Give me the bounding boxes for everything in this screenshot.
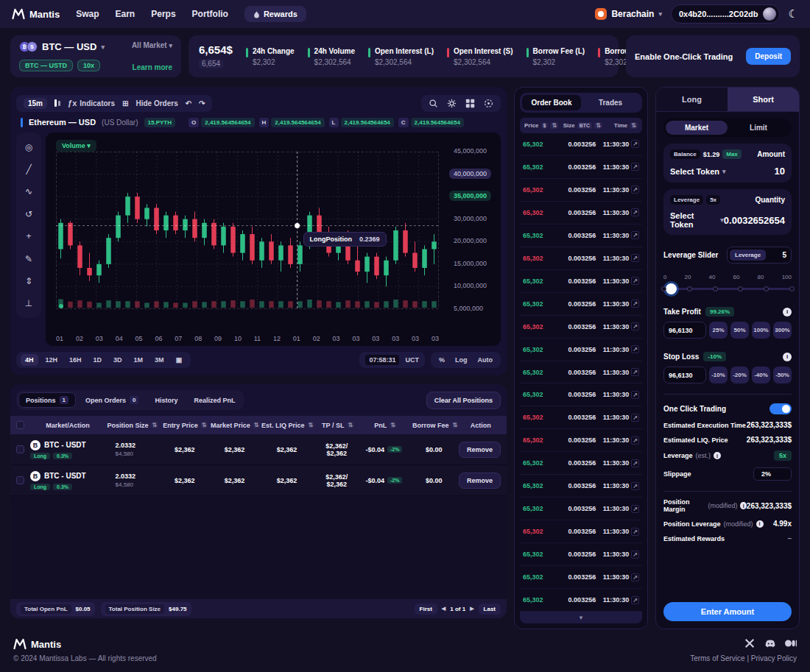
- indicator-wave-icon[interactable]: ∿: [21, 185, 36, 199]
- sort-icon[interactable]: ⇅: [346, 422, 354, 428]
- external-link-icon[interactable]: ↗: [631, 163, 639, 171]
- discord-icon[interactable]: [764, 638, 776, 648]
- interval-button[interactable]: 15m: [24, 98, 47, 109]
- col-entry-price[interactable]: Entry Price⇅: [161, 422, 211, 429]
- dark-mode-toggle[interactable]: ☾: [789, 7, 798, 21]
- orderbook-row[interactable]: 65,3020.00325611:30:30↗: [520, 475, 642, 498]
- time-axis[interactable]: 0102030405060708091011120102030303030303: [56, 335, 439, 342]
- orderbook-col-time[interactable]: Time⇅: [603, 122, 638, 129]
- tab-positions[interactable]: Positions1: [18, 392, 76, 408]
- remove-button[interactable]: Remove: [459, 473, 501, 489]
- external-link-icon[interactable]: ↗: [631, 573, 639, 581]
- remove-button[interactable]: Remove: [459, 442, 501, 458]
- deposit-button[interactable]: Deposit: [746, 48, 791, 65]
- legal-links[interactable]: Terms of Service | Privacy Policy: [690, 654, 797, 662]
- tab-history[interactable]: History: [148, 394, 184, 407]
- tab-limit[interactable]: Limit: [728, 121, 789, 135]
- trendline-icon[interactable]: ╱: [21, 162, 36, 176]
- network-selector[interactable]: Berachain ▾: [595, 8, 662, 20]
- select-token-dropdown[interactable]: Select Token▾: [670, 211, 724, 229]
- select-token-dropdown[interactable]: Select Token▾: [670, 167, 726, 176]
- sl-preset--10[interactable]: -10%: [709, 367, 728, 383]
- tab-market[interactable]: Market: [666, 121, 728, 135]
- select-all-checkbox[interactable]: [16, 421, 24, 429]
- tab-trades[interactable]: Trades: [581, 95, 640, 110]
- crosshair-icon[interactable]: ◎: [21, 140, 36, 154]
- sort-icon[interactable]: ⇅: [307, 422, 315, 428]
- grid-layout-icon[interactable]: ⊞: [122, 99, 128, 107]
- orderbook-row[interactable]: 65,3020.00325611:30:30↗: [520, 406, 642, 429]
- first-page-button[interactable]: First: [415, 604, 437, 615]
- take-profit-input[interactable]: 96,6130: [663, 322, 706, 339]
- col-pnl[interactable]: PnL⇅: [361, 422, 411, 429]
- external-link-icon[interactable]: ↗: [631, 231, 639, 239]
- tab-open-orders[interactable]: Open Orders0: [79, 393, 145, 407]
- undo-icon[interactable]: ↶: [186, 99, 191, 107]
- orderbook-row[interactable]: 65,3020.00325611:30:30↗: [520, 566, 642, 589]
- gear-icon[interactable]: [447, 99, 457, 108]
- slider-dot[interactable]: [738, 286, 743, 291]
- volume-dropdown[interactable]: Volume ▾: [56, 140, 96, 152]
- orderbook-row[interactable]: 65,3020.00325611:30:30↗: [520, 316, 642, 339]
- layout-grid-icon[interactable]: [465, 99, 475, 108]
- slider-dot[interactable]: [713, 286, 718, 291]
- external-link-icon[interactable]: ↗: [631, 322, 639, 330]
- indicators-button[interactable]: ƒxIndicators: [68, 99, 115, 107]
- max-button[interactable]: Max: [722, 149, 742, 159]
- orderbook-row[interactable]: 65,3020.00325611:30:30↗: [520, 589, 642, 612]
- row-checkbox[interactable]: [16, 445, 24, 453]
- external-link-icon[interactable]: ↗: [631, 368, 639, 376]
- info-icon[interactable]: i: [740, 502, 746, 509]
- tab-short[interactable]: Short: [728, 88, 799, 111]
- info-icon[interactable]: i: [783, 353, 792, 361]
- scale-%[interactable]: %: [435, 354, 448, 366]
- mantis-logo[interactable]: Mantis: [12, 8, 60, 20]
- tp-preset-25[interactable]: 25%: [709, 322, 728, 339]
- timeframe-1m[interactable]: 1M: [130, 354, 148, 366]
- slider-dot[interactable]: [789, 286, 795, 291]
- learn-more-link[interactable]: Learn more: [133, 63, 172, 71]
- orderbook-row[interactable]: 65,3020.00325611:30:30↗: [520, 179, 642, 202]
- external-link-icon[interactable]: ↗: [631, 436, 639, 445]
- external-link-icon[interactable]: ↗: [631, 300, 639, 308]
- external-link-icon[interactable]: ↗: [631, 208, 639, 216]
- external-link-icon[interactable]: ↗: [631, 551, 639, 559]
- clear-all-positions-button[interactable]: Clear All Positions: [426, 392, 501, 409]
- tab-long[interactable]: Long: [656, 88, 728, 111]
- sort-icon[interactable]: ⇅: [389, 422, 397, 428]
- move-icon[interactable]: +: [21, 230, 36, 244]
- magnet-icon[interactable]: ⊥: [21, 297, 36, 311]
- external-link-icon[interactable]: ↗: [631, 596, 639, 604]
- sort-icon[interactable]: ⇅: [594, 122, 602, 129]
- tp-preset-300[interactable]: 300%: [773, 322, 792, 339]
- calendar-icon[interactable]: ▣: [172, 354, 187, 366]
- external-link-icon[interactable]: ↗: [631, 140, 639, 148]
- col-position-size[interactable]: Position Size⇅: [105, 422, 161, 429]
- aperture-icon[interactable]: [484, 99, 493, 108]
- tp-preset-100[interactable]: 100%: [752, 322, 770, 339]
- info-icon[interactable]: i: [756, 520, 764, 528]
- sort-icon[interactable]: ⇅: [253, 422, 261, 428]
- sort-icon[interactable]: ⇅: [451, 422, 459, 428]
- orderbook-col-size[interactable]: SizeBTC⇅: [562, 122, 603, 129]
- draw-icon[interactable]: ✎: [21, 252, 36, 266]
- orderbook-scroll-down[interactable]: ▼: [520, 612, 642, 623]
- nav-item-portfolio[interactable]: Portfolio: [192, 9, 228, 19]
- replay-icon[interactable]: ↺: [21, 207, 36, 221]
- leverage-input[interactable]: Leverage 5: [727, 247, 792, 264]
- external-link-icon[interactable]: ↗: [631, 185, 639, 194]
- stop-loss-input[interactable]: 96,6130: [663, 367, 706, 383]
- redo-icon[interactable]: ↷: [199, 99, 205, 107]
- orderbook-row[interactable]: 65,3020.00325611:30:30↗: [520, 498, 642, 520]
- prev-page-icon[interactable]: ◀: [442, 606, 446, 612]
- one-click-toggle[interactable]: [770, 403, 792, 414]
- sort-icon[interactable]: ⇅: [200, 422, 208, 428]
- medium-icon[interactable]: [785, 638, 797, 648]
- orderbook-row[interactable]: 65,3020.00325611:30:30↗: [520, 133, 642, 156]
- sl-preset--20[interactable]: -20%: [730, 367, 749, 383]
- orderbook-row[interactable]: 65,3020.00325611:30:30↗: [520, 247, 642, 270]
- timeframe-16h[interactable]: 16H: [65, 354, 86, 366]
- pair-selector[interactable]: ₿$ BTC — USD ▾: [19, 41, 105, 52]
- nav-item-perps[interactable]: Perps: [151, 9, 175, 19]
- row-value[interactable]: 2%: [753, 467, 792, 481]
